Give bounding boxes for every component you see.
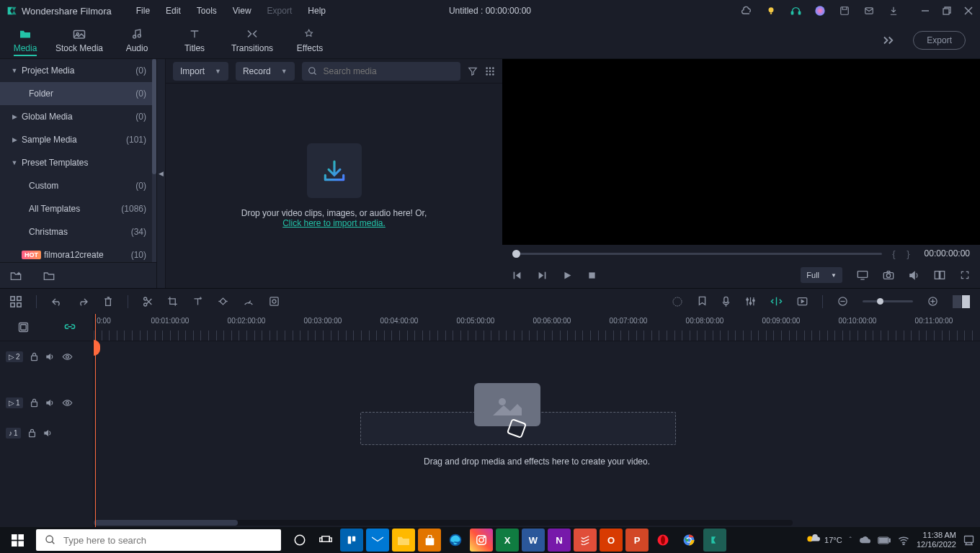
lock-icon[interactable]	[28, 428, 36, 438]
display-icon[interactable]	[857, 270, 868, 280]
audio-track-1-head[interactable]: ♪1	[0, 418, 93, 448]
text-icon[interactable]	[192, 296, 203, 307]
message-icon[interactable]	[863, 5, 875, 17]
video-track-2-head[interactable]: ▷2	[0, 341, 93, 372]
visibility-icon[interactable]	[62, 399, 73, 407]
more-tabs-icon[interactable]	[874, 35, 903, 45]
dragging-clip-thumb[interactable]	[474, 383, 540, 426]
mix-icon[interactable]	[672, 296, 683, 307]
save-icon[interactable]	[839, 5, 850, 17]
app-word[interactable]: W	[522, 529, 545, 552]
voiceover-icon[interactable]	[721, 296, 731, 307]
link-icon[interactable]	[64, 323, 76, 333]
app-todoist[interactable]	[574, 529, 597, 552]
undo-icon[interactable]	[51, 297, 63, 307]
timeline-hscroll[interactable]	[94, 520, 793, 526]
tab-stock-media[interactable]: Stock Media	[50, 22, 108, 59]
grid-view-icon[interactable]	[485, 66, 495, 76]
redo-icon[interactable]	[77, 297, 89, 307]
account-icon[interactable]	[814, 5, 826, 17]
prev-frame-icon[interactable]	[512, 271, 522, 280]
delete-icon[interactable]	[103, 296, 113, 307]
crop-icon[interactable]	[167, 296, 178, 307]
taskview-icon[interactable]	[314, 529, 337, 552]
record-dropdown[interactable]: Record▼	[236, 62, 295, 81]
lock-icon[interactable]	[30, 398, 38, 408]
fullscreen-icon[interactable]	[960, 270, 970, 280]
app-instagram[interactable]	[470, 529, 493, 552]
start-button[interactable]	[0, 527, 35, 553]
weather-widget[interactable]: 17°C	[806, 534, 842, 546]
wifi-icon[interactable]	[898, 536, 909, 545]
split-icon[interactable]	[143, 296, 153, 307]
preview-quality[interactable]: Full▼	[801, 267, 842, 283]
compare-icon[interactable]	[934, 270, 945, 280]
app-filmora[interactable]	[703, 529, 726, 552]
next-frame-icon[interactable]	[538, 271, 547, 280]
tree-folder[interactable]: Folder(0)	[0, 82, 156, 105]
lock-icon[interactable]	[30, 352, 38, 361]
app-outlook[interactable]: O	[600, 529, 623, 552]
tree-preset-templates[interactable]: ▼Preset Templates	[0, 151, 156, 174]
timeline-ruler[interactable]: 0:00 00:01:00:00 00:02:00:00 00:03:00:00…	[94, 314, 980, 341]
download-icon[interactable]	[888, 5, 899, 17]
filter-icon[interactable]	[468, 66, 478, 76]
tab-media[interactable]: Media	[0, 22, 50, 59]
tree-sample-media[interactable]: ▶Sample Media(101)	[0, 128, 156, 151]
app-mail[interactable]	[366, 529, 389, 552]
sidebar-scrollbar[interactable]	[152, 59, 156, 262]
stop-icon[interactable]	[588, 271, 596, 279]
snapshot-icon[interactable]	[883, 270, 894, 280]
app-powerpoint[interactable]: P	[625, 529, 649, 552]
export-button[interactable]: Export	[913, 31, 966, 50]
video-track-1-head[interactable]: ▷1	[0, 387, 93, 418]
tab-transitions[interactable]: Transitions	[223, 22, 281, 59]
volume-icon[interactable]	[909, 270, 919, 281]
app-excel[interactable]: X	[496, 529, 519, 552]
import-dropdown[interactable]: Import▼	[173, 62, 228, 81]
folder-icon[interactable]	[43, 271, 55, 281]
speed-icon[interactable]	[243, 297, 254, 307]
search-input[interactable]	[324, 66, 455, 76]
app-opera[interactable]	[651, 529, 674, 552]
timeline-body[interactable]: 0:00 00:01:00:00 00:02:00:00 00:03:00:00…	[94, 314, 980, 527]
tree-christmas[interactable]: Christmas(34)	[0, 220, 156, 243]
menu-view[interactable]: View	[226, 3, 259, 19]
mute-icon[interactable]	[45, 352, 55, 361]
taskbar-search-input[interactable]	[63, 535, 272, 546]
app-store[interactable]	[418, 529, 441, 552]
track-manager-icon[interactable]	[18, 322, 29, 333]
tab-effects[interactable]: Effects	[281, 22, 339, 59]
audio-mixer-icon[interactable]	[745, 296, 756, 307]
cortana-icon[interactable]	[288, 529, 311, 552]
headset-icon[interactable]	[790, 5, 801, 17]
close-icon[interactable]	[963, 5, 974, 17]
notifications-icon[interactable]	[963, 535, 974, 546]
tab-audio[interactable]: Audio	[108, 22, 166, 59]
media-drop-area[interactable]: Drop your video clips, images, or audio …	[166, 84, 502, 288]
app-chrome[interactable]	[677, 529, 700, 552]
app-explorer[interactable]	[392, 529, 415, 552]
play-icon[interactable]	[563, 271, 572, 280]
playhead[interactable]	[95, 314, 96, 527]
import-tile-icon[interactable]	[307, 143, 362, 198]
zoom-in-icon[interactable]	[927, 296, 938, 307]
app-trello[interactable]	[340, 529, 363, 552]
render-icon[interactable]	[797, 297, 808, 306]
new-folder-icon[interactable]	[10, 271, 22, 281]
zoom-out-icon[interactable]	[837, 296, 848, 307]
tree-project-media[interactable]: ▼Project Media(0)	[0, 59, 156, 82]
menu-help[interactable]: Help	[300, 3, 333, 19]
mute-icon[interactable]	[45, 398, 55, 408]
cloud-icon[interactable]	[741, 5, 752, 17]
seek-slider[interactable]	[512, 253, 882, 255]
sidebar-collapse[interactable]: ◀	[157, 59, 166, 288]
visibility-icon[interactable]	[62, 353, 73, 361]
maximize-icon[interactable]	[941, 5, 953, 17]
battery-icon[interactable]	[878, 536, 891, 544]
tab-titles[interactable]: Titles	[166, 22, 223, 59]
import-link[interactable]: Click here to import media.	[282, 218, 386, 228]
search-media[interactable]	[302, 62, 460, 81]
app-onenote[interactable]: N	[548, 529, 571, 552]
onedrive-icon[interactable]	[859, 536, 870, 544]
